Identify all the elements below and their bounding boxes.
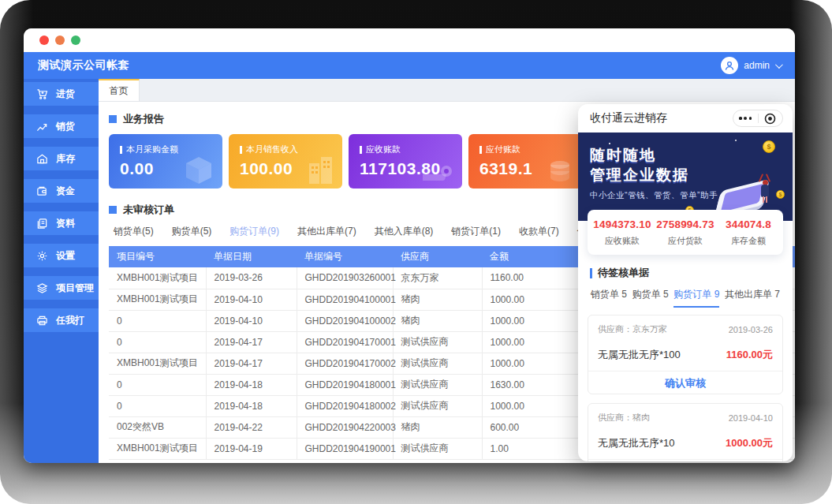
sidebar-item-sales[interactable]: 销货 — [24, 114, 99, 138]
sidebar-item-print[interactable]: 任我打 — [24, 308, 99, 332]
username-label: admin — [744, 60, 770, 71]
ptab-other-outbound[interactable]: 其他出库单 7 — [725, 288, 780, 308]
card-monthly-purchase[interactable]: 本月采购金额 0.00 — [109, 134, 222, 189]
app-header: 测试演示公司帐套 admin — [24, 52, 795, 79]
close-window-button[interactable] — [39, 35, 49, 45]
order-date: 2019-04-10 — [729, 413, 773, 423]
card-receivables[interactable]: 应收账款 117103.80 — [349, 134, 462, 189]
coin-icon: $ — [776, 190, 785, 199]
card-payables[interactable]: 应付账款 6319.1 — [468, 134, 582, 189]
pos-icon — [423, 155, 456, 185]
card-monthly-sales[interactable]: 本月销售收入 100.00 — [229, 134, 342, 189]
sidebar-item-purchase[interactable]: 进货 — [24, 82, 99, 106]
miniprogram-header: 收付通云进销存 — [578, 104, 793, 133]
section-marker-icon — [109, 206, 117, 214]
cart-icon — [36, 88, 48, 100]
documents-icon — [36, 218, 48, 230]
ptab-purchase-receipts[interactable]: 购货单 5 — [632, 288, 669, 308]
gear-icon — [36, 250, 48, 262]
col-doc-date: 单据日期 — [206, 246, 297, 267]
person-illustration — [758, 175, 772, 203]
order-item: 无属无批无序*100 — [598, 348, 681, 362]
miniprogram-panel: 收付通云进销存 随时随地 管理企业数据 中小企业“管钱、管货、管单”助手 $ $… — [578, 104, 793, 461]
page-tabbar: 首页 — [99, 79, 795, 102]
col-project-code: 项目编号 — [109, 246, 206, 267]
user-avatar-icon — [721, 57, 738, 74]
window-titlebar — [24, 28, 795, 52]
sidebar-item-inventory[interactable]: 库存 — [24, 147, 99, 170]
company-account-title: 测试演示公司帐套 — [38, 58, 129, 73]
minimize-window-button[interactable] — [55, 35, 65, 45]
target-close-icon — [764, 113, 776, 125]
coins-icon — [544, 157, 576, 185]
layers-icon — [36, 282, 48, 294]
exit-miniprogram-button[interactable] — [759, 110, 783, 126]
ptab-purchase-orders[interactable]: 购货订单 9 — [673, 288, 719, 308]
stat-payables: 2758994.73 应付货款 — [654, 218, 717, 247]
pending-documents-section: 待签核单据 — [590, 266, 793, 280]
section-marker-icon — [109, 115, 117, 123]
confirm-audit-button[interactable]: 确认审核 — [588, 459, 782, 461]
wallet-icon — [36, 185, 48, 197]
miniprogram-title: 收付通云进销存 — [590, 111, 667, 125]
sidebar-item-funds[interactable]: 资金 — [24, 179, 99, 203]
tab-other-inbound[interactable]: 其他入库单(8) — [375, 225, 434, 238]
more-options-button[interactable] — [733, 110, 758, 126]
trend-icon — [36, 121, 48, 133]
order-date: 2019-03-26 — [729, 325, 773, 334]
order-amount: 1000.00元 — [726, 436, 773, 450]
col-supplier: 供应商 — [393, 246, 482, 267]
warehouse-icon — [36, 153, 48, 165]
tab-purchase-receipts[interactable]: 购货单(5) — [172, 225, 212, 238]
tab-home[interactable]: 首页 — [99, 79, 140, 101]
supplier-label: 供应商：京东万家 — [598, 323, 667, 335]
pending-tabs: 销货单 5 购货单 5 购货订单 9 其他出库单 7 — [591, 288, 780, 308]
order-item: 无属无批无序*10 — [598, 436, 675, 450]
section-bar-icon — [590, 268, 592, 278]
user-menu[interactable]: admin — [721, 57, 781, 74]
pending-order-card: 供应商：猪肉 2019-04-10 无属无批无序*10 1000.00元 确认审… — [588, 403, 783, 461]
more-icon — [739, 117, 752, 120]
stat-inventory-value: 344074.8 库存金额 — [717, 218, 780, 247]
promo-banner[interactable]: 随时随地 管理企业数据 中小企业“管钱、管货、管单”助手 $ $ $ — [578, 133, 793, 221]
tab-receipts[interactable]: 收款单(7) — [519, 225, 559, 238]
sidebar-item-settings[interactable]: 设置 — [24, 244, 99, 267]
tab-other-outbound[interactable]: 其他出库单(7) — [297, 225, 356, 238]
ptab-sales-orders[interactable]: 销货单 5 — [591, 288, 627, 308]
tab-purchase-orders[interactable]: 购货订单(9) — [229, 225, 279, 238]
printer-icon — [36, 315, 48, 327]
chevron-down-icon — [775, 61, 783, 69]
sidebar: 进货 销货 库存 资金 资料 — [24, 79, 99, 463]
sidebar-item-data[interactable]: 资料 — [24, 211, 99, 235]
maximize-window-button[interactable] — [71, 35, 80, 45]
order-amount: 1160.00元 — [726, 348, 773, 362]
device-frame: 测试演示公司帐套 admin 进货 销货 — [0, 0, 832, 504]
col-doc-number: 单据编号 — [297, 246, 393, 267]
cube-icon — [181, 154, 216, 185]
confirm-audit-button[interactable]: 确认审核 — [588, 371, 782, 394]
miniprogram-capsule — [733, 110, 783, 127]
pending-order-card: 供应商：京东万家 2019-03-26 无属无批无序*100 1160.00元 … — [588, 315, 783, 394]
building-icon — [303, 154, 336, 185]
tab-sales-orders[interactable]: 销货单(5) — [114, 225, 154, 238]
stat-receivables: 1494373.10 应收账款 — [591, 218, 654, 247]
finance-stats: 1494373.10 应收账款 2758994.73 应付货款 344074.8… — [588, 210, 783, 255]
supplier-label: 供应商：猪肉 — [598, 412, 650, 424]
sidebar-item-projects[interactable]: 项目管理 — [24, 276, 99, 300]
tab-sales-order-docs[interactable]: 销货订单(1) — [451, 225, 501, 238]
coin-icon: $ — [763, 140, 775, 153]
